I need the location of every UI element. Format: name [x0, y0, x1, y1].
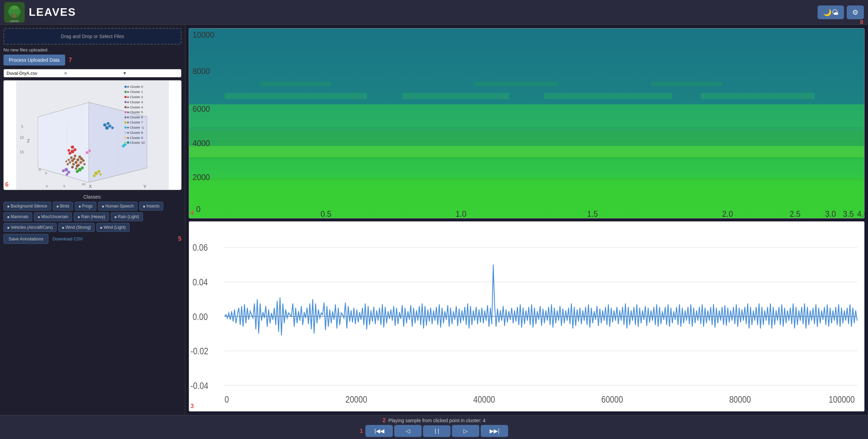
logo-container: LEAVES: [4, 2, 25, 23]
svg-point-50: [66, 173, 68, 176]
svg-text:● Cluster 2: ● Cluster 2: [127, 95, 143, 99]
class-btn-mammals[interactable]: Mammals: [3, 212, 32, 221]
spectrogram-svg: 10000 8000 6000 4000 2000 0 0.5 1.0 1.5 …: [189, 28, 864, 218]
svg-text:10: 10: [20, 135, 24, 140]
svg-text:4.0: 4.0: [857, 209, 864, 218]
svg-point-41: [75, 167, 77, 169]
class-btn-wind-(strong)[interactable]: Wind (Strong): [58, 223, 95, 232]
svg-rect-5: [13, 14, 15, 18]
class-btn-insects[interactable]: Insects: [139, 202, 163, 211]
label-8: 8: [860, 19, 863, 25]
svg-rect-102: [189, 159, 864, 178]
svg-point-96: [125, 142, 127, 144]
class-btn-wind-(light)[interactable]: Wind (Light): [96, 223, 130, 232]
class-btn-background-silence[interactable]: Background Silence: [3, 202, 51, 211]
svg-text:0.04: 0.04: [192, 277, 208, 287]
svg-text:Y: Y: [143, 184, 146, 189]
svg-rect-110: [651, 82, 722, 86]
svg-text:Z: Z: [27, 138, 30, 143]
svg-text:-0.04: -0.04: [190, 380, 208, 391]
right-panel: 10000 8000 6000 4000 2000 0 0.5 1.0 1.5 …: [185, 25, 868, 415]
svg-point-26: [77, 158, 79, 161]
status-text: Playing sample from clicked point in clu…: [388, 418, 485, 423]
class-btn-rain-(light)[interactable]: Rain (Light): [111, 212, 143, 221]
csv-file-selector[interactable]: Duval-DryA.csv ✕ ▼: [3, 69, 181, 78]
csv-dropdown-button[interactable]: ▼: [122, 71, 178, 76]
class-btn-human-speech[interactable]: Human Speech: [98, 202, 138, 211]
svg-rect-103: [189, 180, 864, 218]
class-btn-misc/uncertain[interactable]: Misc/Uncertain: [34, 212, 72, 221]
csv-close-button[interactable]: ✕: [64, 71, 120, 76]
svg-text:0: 0: [225, 394, 229, 405]
svg-text:0.00: 0.00: [192, 311, 208, 322]
svg-point-94: [125, 137, 127, 139]
svg-text:● Cluster 4: ● Cluster 4: [127, 105, 143, 109]
pause-button[interactable]: | |: [423, 425, 450, 437]
rewind-button[interactable]: |◀◀: [365, 425, 393, 437]
svg-text:1.0: 1.0: [456, 209, 467, 218]
classes-title: Classes:: [3, 194, 181, 200]
svg-point-35: [78, 164, 80, 166]
svg-point-25: [72, 163, 75, 165]
label-4: 4: [190, 210, 194, 217]
svg-point-49: [62, 169, 64, 172]
svg-text:20000: 20000: [345, 394, 367, 405]
label-1: 1: [360, 428, 363, 434]
svg-point-23: [73, 157, 75, 160]
svg-text:3.0: 3.0: [825, 209, 836, 218]
save-annotations-button[interactable]: Save Annotations: [3, 234, 48, 244]
svg-point-55: [108, 124, 111, 127]
svg-point-86: [125, 116, 127, 118]
svg-text:15: 15: [20, 150, 24, 154]
label-2: 2: [383, 417, 386, 424]
main-content: Drag and Drop or Select Files No new fil…: [0, 25, 868, 415]
svg-text:-0.02: -0.02: [190, 346, 208, 356]
class-buttons-container: Background SilenceBirdsFrogsHuman Speech…: [3, 202, 181, 232]
download-csv-link[interactable]: Download CSV: [52, 236, 83, 241]
svg-point-90: [125, 127, 127, 129]
svg-text:0.06: 0.06: [192, 242, 208, 253]
svg-point-44: [69, 152, 71, 155]
class-btn-vehicles-(aircraft/cars)[interactable]: Vehicles (Aircraft/Cars): [3, 223, 57, 232]
playback-controls: 1 |◀◀ ◁ | | ▷ ▶▶|: [360, 425, 508, 437]
3d-plot-container: Z 15 10 5 Y X: [3, 80, 181, 190]
label-6: 6: [5, 181, 9, 188]
svg-point-4: [14, 9, 21, 14]
previous-button[interactable]: ◁: [394, 425, 422, 437]
svg-text:● Cluster -1: ● Cluster -1: [127, 126, 144, 129]
svg-text:3.5: 3.5: [843, 209, 854, 218]
svg-point-27: [74, 155, 76, 157]
spectrogram-container: 10000 8000 6000 4000 2000 0 0.5 1.0 1.5 …: [189, 28, 865, 218]
svg-point-30: [70, 156, 72, 159]
class-btn-frogs[interactable]: Frogs: [75, 202, 96, 211]
forward-button[interactable]: ▶▶|: [481, 425, 508, 437]
status-row: 2 Playing sample from clicked point in c…: [383, 417, 485, 424]
svg-point-37: [82, 159, 84, 162]
svg-rect-107: [701, 93, 814, 99]
svg-point-66: [85, 151, 88, 154]
svg-rect-104: [225, 93, 367, 99]
class-btn-rain-(heavy)[interactable]: Rain (Heavy): [74, 212, 109, 221]
svg-point-84: [125, 111, 127, 113]
file-drop-zone[interactable]: Drag and Drop or Select Files: [3, 28, 181, 45]
svg-point-40: [66, 161, 67, 162]
class-btn-birds[interactable]: Birds: [53, 202, 73, 211]
svg-point-53: [76, 170, 79, 173]
svg-rect-108: [260, 82, 331, 86]
svg-text:1.5: 1.5: [587, 209, 598, 218]
svg-point-61: [122, 145, 125, 147]
svg-text:● Cluster 6: ● Cluster 6: [127, 115, 143, 119]
svg-rect-100: [189, 131, 864, 146]
settings-button[interactable]: ⚙: [847, 5, 864, 19]
svg-text:80000: 80000: [729, 394, 751, 405]
theme-toggle-button[interactable]: 🌙🌤: [818, 5, 844, 19]
app-title: LEAVES: [29, 6, 76, 19]
svg-point-48: [67, 171, 70, 174]
process-uploaded-data-button[interactable]: Process Uploaded Data: [3, 55, 65, 66]
svg-point-29: [69, 161, 71, 163]
svg-text:LEAVES: LEAVES: [10, 20, 19, 22]
svg-point-88: [125, 121, 127, 123]
play-button[interactable]: ▷: [452, 425, 479, 437]
svg-text:0: 0: [45, 171, 47, 175]
svg-text:100000: 100000: [829, 394, 855, 405]
